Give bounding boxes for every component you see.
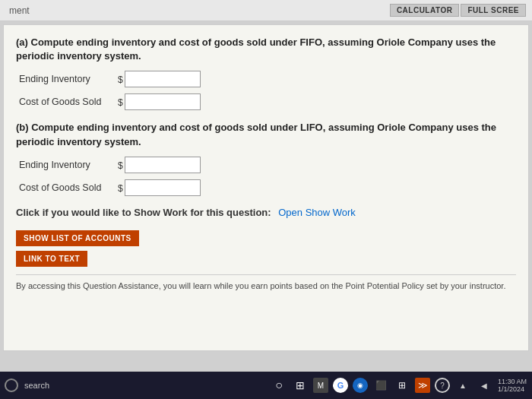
- taskbar-files-icon[interactable]: ⬛: [372, 377, 389, 394]
- calculator-button[interactable]: CALCULATOR: [390, 4, 460, 17]
- taskbar-up-icon[interactable]: ▲: [454, 377, 471, 394]
- section-a-description: (a) Compute ending inventory and cost of…: [16, 36, 516, 63]
- section-a-ending-inventory-input[interactable]: [125, 71, 201, 87]
- full-screen-button[interactable]: FULL SCREE: [461, 4, 526, 17]
- section-b-cogs-wrapper: $: [118, 179, 201, 196]
- section-b-cogs-row: Cost of Goods Sold $: [19, 179, 516, 196]
- link-to-text-button[interactable]: LINK TO TEXT: [16, 251, 87, 267]
- open-show-work-link[interactable]: Open Show Work: [278, 207, 356, 218]
- section-a-cogs-wrapper: $: [118, 93, 201, 110]
- section-a-ending-inventory-dollar: $: [118, 74, 123, 85]
- section-b-cogs-dollar: $: [118, 183, 123, 194]
- taskbar-apps-icon[interactable]: ⊞: [394, 377, 410, 394]
- taskbar-arrow-icon[interactable]: ≫: [415, 378, 430, 393]
- section-a-cogs-input[interactable]: [125, 93, 201, 110]
- search-circle-icon: [5, 378, 18, 392]
- taskbar-icons: ○ ⊞ M G ◉ ⬛ ⊞ ≫ ? ▲ ◀ 11:30 AM1/1/2024: [271, 377, 527, 394]
- taskbar: search ○ ⊞ M G ◉ ⬛ ⊞ ≫ ? ▲ ◀ 11:30 AM1/1…: [0, 372, 532, 399]
- taskbar-google-icon[interactable]: G: [333, 378, 348, 393]
- section-b-ending-inventory-wrapper: $: [118, 157, 201, 173]
- show-list-of-accounts-button[interactable]: SHOW LIST OF ACCOUNTS: [16, 230, 139, 246]
- section-b-ending-inventory-label: Ending Inventory: [19, 160, 118, 170]
- taskbar-mail-icon[interactable]: M: [313, 378, 328, 393]
- taskbar-windows-icon[interactable]: ⊞: [292, 377, 309, 394]
- section-b-cogs-label: Cost of Goods Sold: [19, 182, 118, 193]
- taskbar-start-icon[interactable]: ○: [271, 377, 287, 394]
- top-bar-buttons: CALCULATOR FULL SCREE: [390, 4, 526, 17]
- section-a-ending-inventory-wrapper: $: [118, 71, 201, 87]
- taskbar-time-icon: 11:30 AM1/1/2024: [497, 377, 527, 394]
- taskbar-q-icon[interactable]: ?: [435, 378, 450, 393]
- section-a-cogs-label: Cost of Goods Sold: [19, 97, 118, 107]
- section-b-ending-inventory-input[interactable]: [125, 157, 201, 173]
- show-work-label: Click if you would like to Show Work for…: [16, 207, 271, 218]
- top-bar-left-text: ment: [6, 5, 390, 16]
- show-work-row: Click if you would like to Show Work for…: [16, 207, 516, 218]
- taskbar-browser-icon[interactable]: ◉: [353, 378, 368, 393]
- main-content: (a) Compute ending inventory and cost of…: [3, 24, 529, 351]
- taskbar-search-area: search: [5, 378, 49, 392]
- taskbar-sound-icon[interactable]: ◀: [476, 377, 492, 394]
- section-a-cogs-dollar: $: [118, 97, 123, 108]
- footer-note: By accessing this Question Assistance, y…: [16, 274, 516, 290]
- section-b-ending-inventory-row: Ending Inventory $: [19, 157, 516, 173]
- section-b-description: (b) Compute ending inventory and cost of…: [16, 121, 516, 148]
- top-bar: ment CALCULATOR FULL SCREE: [0, 0, 532, 21]
- taskbar-search-label[interactable]: search: [24, 381, 49, 390]
- section-b-ending-inventory-dollar: $: [118, 160, 123, 171]
- section-b-cogs-input[interactable]: [125, 179, 201, 196]
- section-a-cogs-row: Cost of Goods Sold $: [19, 93, 516, 110]
- section-a-ending-inventory-label: Ending Inventory: [19, 74, 118, 84]
- section-a-ending-inventory-row: Ending Inventory $: [19, 71, 516, 87]
